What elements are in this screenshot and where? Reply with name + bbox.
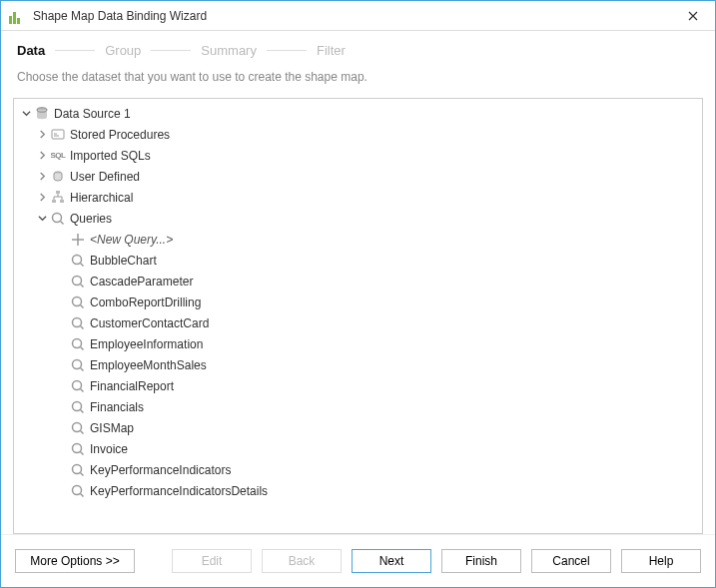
query-icon <box>50 211 66 227</box>
svg-rect-2 <box>52 130 64 139</box>
svg-point-7 <box>53 213 62 222</box>
tree-node-label: CustomerContactCard <box>90 316 209 330</box>
close-button[interactable] <box>679 5 707 27</box>
svg-point-16 <box>73 422 82 431</box>
tree-node-label: KeyPerformanceIndicators <box>90 463 231 477</box>
step-filter[interactable]: Filter <box>317 43 346 58</box>
hierarchical-icon <box>50 190 66 206</box>
tree-node-label: KeyPerformanceIndicatorsDetails <box>90 484 268 498</box>
tree-node-query[interactable]: KeyPerformanceIndicators <box>14 459 702 480</box>
tree-node-query[interactable]: FinancialReport <box>14 375 702 396</box>
chevron-right-icon[interactable] <box>36 171 48 183</box>
tree-node-label: <New Query...> <box>90 233 173 247</box>
step-group[interactable]: Group <box>105 43 141 58</box>
wizard-footer: More Options >> Edit Back Next Finish Ca… <box>1 534 715 587</box>
datasource-icon <box>34 106 50 122</box>
svg-point-9 <box>73 276 82 285</box>
svg-point-14 <box>73 380 82 389</box>
svg-point-8 <box>73 255 82 264</box>
query-icon <box>70 294 86 310</box>
query-icon <box>70 253 86 269</box>
query-icon <box>70 274 86 290</box>
tree-node-queries[interactable]: Queries <box>14 208 702 229</box>
query-icon <box>70 378 86 394</box>
tree-node-query[interactable]: GISMap <box>14 417 702 438</box>
tree-node-query[interactable]: CascadeParameter <box>14 271 702 292</box>
tree-node-label: Hierarchical <box>70 191 133 205</box>
svg-rect-4 <box>56 191 60 194</box>
svg-point-10 <box>73 296 82 305</box>
tree-node-label: Data Source 1 <box>54 107 131 121</box>
sql-icon: SQL <box>50 148 66 164</box>
tree-node-new-query[interactable]: <New Query...> <box>14 229 702 250</box>
tree-node-label: EmployeeInformation <box>90 337 203 351</box>
edit-button: Edit <box>172 549 252 573</box>
tree-node-query[interactable]: CustomerContactCard <box>14 312 702 333</box>
query-icon <box>70 420 86 436</box>
tree-node-query[interactable]: KeyPerformanceIndicatorsDetails <box>14 480 702 501</box>
help-button[interactable]: Help <box>621 549 701 573</box>
svg-point-19 <box>73 485 82 494</box>
close-icon <box>688 11 698 21</box>
step-data[interactable]: Data <box>17 43 45 58</box>
tree-node-user-defined[interactable]: User Defined <box>14 166 702 187</box>
svg-point-18 <box>73 464 82 473</box>
tree-node-stored-procedures[interactable]: Stored Procedures <box>14 124 702 145</box>
tree-node-query[interactable]: Invoice <box>14 438 702 459</box>
query-icon <box>70 336 86 352</box>
tree-node-query[interactable]: BubbleChart <box>14 250 702 271</box>
back-button: Back <box>262 549 342 573</box>
dataset-tree[interactable]: Data Source 1 Stored Procedures SQL Impo… <box>13 98 703 534</box>
chevron-right-icon[interactable] <box>36 192 48 204</box>
plus-icon <box>70 232 86 248</box>
wizard-window: Shape Map Data Binding Wizard Data Group… <box>0 0 716 588</box>
chevron-down-icon[interactable] <box>36 213 48 225</box>
instruction-text: Choose the dataset that you want to use … <box>1 66 715 98</box>
tree-node-label: BubbleChart <box>90 254 157 268</box>
next-button[interactable]: Next <box>352 549 431 573</box>
tree-node-label: User Defined <box>70 170 140 184</box>
tree-node-label: EmployeeMonthSales <box>90 358 207 372</box>
finish-button[interactable]: Finish <box>441 549 521 573</box>
user-defined-icon <box>50 169 66 185</box>
svg-point-15 <box>73 401 82 410</box>
more-options-button[interactable]: More Options >> <box>15 549 135 573</box>
query-icon <box>70 483 86 499</box>
svg-point-17 <box>73 443 82 452</box>
stored-proc-icon <box>50 127 66 143</box>
tree-node-label: GISMap <box>90 421 134 435</box>
query-icon <box>70 441 86 457</box>
tree-node-query[interactable]: ComboReportDrilling <box>14 292 702 312</box>
query-icon <box>70 315 86 331</box>
wizard-steps: Data Group Summary Filter <box>1 31 715 66</box>
chevron-down-icon[interactable] <box>20 108 32 120</box>
tree-node-query[interactable]: Financials <box>14 396 702 417</box>
app-icon <box>9 8 25 24</box>
titlebar: Shape Map Data Binding Wizard <box>1 1 715 31</box>
chevron-right-icon[interactable] <box>36 150 48 162</box>
tree-node-imported-sqls[interactable]: SQL Imported SQLs <box>14 145 702 166</box>
tree-node-label: FinancialReport <box>90 379 174 393</box>
svg-rect-6 <box>60 200 64 203</box>
tree-node-label: Financials <box>90 400 144 414</box>
svg-point-11 <box>73 317 82 326</box>
window-title: Shape Map Data Binding Wizard <box>33 9 679 23</box>
tree-node-datasource[interactable]: Data Source 1 <box>14 103 702 124</box>
tree-node-query[interactable]: EmployeeInformation <box>14 333 702 354</box>
svg-point-12 <box>73 338 82 347</box>
step-summary[interactable]: Summary <box>201 43 257 58</box>
cancel-button[interactable]: Cancel <box>531 549 611 573</box>
query-icon <box>70 399 86 415</box>
tree-node-label: Queries <box>70 212 112 226</box>
svg-rect-5 <box>52 200 56 203</box>
tree-node-label: Imported SQLs <box>70 149 151 163</box>
tree-node-label: ComboReportDrilling <box>90 295 201 309</box>
tree-node-hierarchical[interactable]: Hierarchical <box>14 187 702 208</box>
tree-node-label: CascadeParameter <box>90 275 193 289</box>
tree-node-query[interactable]: EmployeeMonthSales <box>14 354 702 375</box>
chevron-right-icon[interactable] <box>36 129 48 141</box>
query-icon <box>70 462 86 478</box>
svg-point-13 <box>73 359 82 368</box>
tree-node-label: Stored Procedures <box>70 128 170 142</box>
tree-node-label: Invoice <box>90 442 128 456</box>
